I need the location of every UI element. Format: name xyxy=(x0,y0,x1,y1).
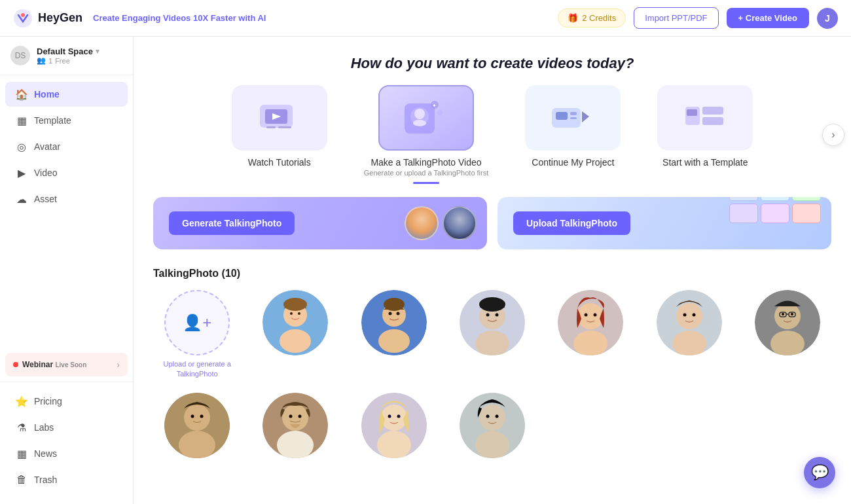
sidebar-bottom: ⭐ Pricing ⚗ Labs ▦ News 🗑 Trash xyxy=(0,382,133,499)
chat-icon: 💬 xyxy=(811,464,829,481)
import-ppt-button[interactable]: Import PPT/PDF xyxy=(634,7,718,29)
svg-point-47 xyxy=(676,303,702,329)
avatar-circle-9 xyxy=(361,393,427,458)
sidebar-item-home[interactable]: 🏠 Home xyxy=(5,82,128,107)
svg-point-69 xyxy=(299,414,302,418)
create-video-button[interactable]: + Create Video xyxy=(727,8,809,28)
chat-bubble-button[interactable]: 💬 xyxy=(804,457,835,488)
svg-rect-15 xyxy=(556,112,568,120)
svg-point-63 xyxy=(191,414,194,418)
sidebar-item-news[interactable]: ▦ News xyxy=(5,441,128,466)
section-body: Generate TalkingPhoto Upload TalkingPhot… xyxy=(134,184,851,458)
sidebar-item-asset[interactable]: ☁ Asset xyxy=(5,187,128,211)
sidebar-item-trash[interactable]: 🗑 Trash xyxy=(5,467,128,492)
empty-cell-2 xyxy=(645,393,733,458)
card-tutorials[interactable]: Watch Tutorials xyxy=(213,85,346,184)
svg-point-73 xyxy=(388,414,391,418)
header: HeyGen Create Engaging Videos 10X Faster… xyxy=(0,0,851,37)
card-tutorials-label: Watch Tutorials xyxy=(248,157,311,168)
card-talking-photo-label: Make a TalkingPhoto Video xyxy=(371,157,481,168)
card-continue[interactable]: Continue My Project xyxy=(507,85,639,184)
svg-point-0 xyxy=(14,9,32,27)
chevron-right-icon: › xyxy=(117,359,120,370)
workspace-info: Default Space ▾ 👥 1 Free xyxy=(37,46,122,65)
avatar-circle-3 xyxy=(460,290,525,355)
sidebar-item-template[interactable]: ▦ Template xyxy=(5,108,128,133)
svg-text:✦: ✦ xyxy=(432,103,437,109)
svg-rect-17 xyxy=(570,117,577,119)
sidebar-item-video[interactable]: ▶ Video xyxy=(5,160,128,185)
user-avatar[interactable]: J xyxy=(817,8,838,29)
svg-point-39 xyxy=(486,314,489,317)
sidebar-item-avatar-label: Avatar xyxy=(34,141,60,152)
empty-cell-3 xyxy=(744,393,831,458)
generate-talking-photo-button[interactable]: Generate TalkingPhoto xyxy=(169,211,295,235)
svg-rect-6 xyxy=(278,126,291,128)
avatar-item-2[interactable] xyxy=(350,290,438,380)
sidebar-item-labs[interactable]: ⚗ Labs xyxy=(5,415,128,440)
avatar-icon: ◎ xyxy=(16,141,27,153)
sidebar-item-avatar[interactable]: ◎ Avatar xyxy=(5,134,128,159)
live-indicator xyxy=(13,362,18,367)
avatar-circle-2 xyxy=(361,290,427,355)
svg-point-76 xyxy=(479,405,505,431)
webinar-text: Webinar Live Soon xyxy=(22,360,113,369)
upload-placeholder-label: Upload or generate a TalkingPhoto xyxy=(153,359,241,380)
svg-point-38 xyxy=(479,297,505,312)
svg-point-25 xyxy=(280,329,311,353)
avatar-circle-1 xyxy=(263,290,328,355)
avatar-item-7[interactable] xyxy=(153,393,241,458)
svg-marker-18 xyxy=(582,111,589,122)
avatar-item-10[interactable] xyxy=(448,393,536,458)
upload-talking-photo-button[interactable]: Upload TalkingPhoto xyxy=(513,211,630,235)
nav-items: 🏠 Home ▦ Template ◎ Avatar ▶ Video ☁ Ass… xyxy=(0,75,133,348)
card-talking-photo[interactable]: ✦ Make a TalkingPhoto Video Generate or … xyxy=(346,85,507,184)
upload-talking-photo-card[interactable]: Upload TalkingPhoto xyxy=(498,197,831,249)
svg-point-50 xyxy=(692,314,695,317)
card-template-image xyxy=(657,85,753,151)
svg-point-67 xyxy=(277,431,314,458)
svg-point-49 xyxy=(683,314,686,317)
card-template-label: Start with a Template xyxy=(662,157,748,168)
carousel-next-button[interactable]: › xyxy=(822,124,844,146)
main-layout: DS Default Space ▾ 👥 1 Free 🏠 Home ▦ xyxy=(0,37,851,504)
credits-button[interactable]: 🎁 2 Credits xyxy=(558,9,626,27)
svg-point-28 xyxy=(298,312,300,315)
avatar-item-6[interactable] xyxy=(744,290,831,380)
avatar-upload-placeholder[interactable]: 👤+ Upload or generate a TalkingPhoto xyxy=(153,290,241,380)
svg-point-1 xyxy=(21,13,25,17)
workspace-selector[interactable]: DS Default Space ▾ 👥 1 Free xyxy=(0,37,133,75)
svg-point-64 xyxy=(200,414,204,418)
avatar-item-3[interactable] xyxy=(448,290,536,380)
sidebar-item-trash-label: Trash xyxy=(34,475,57,485)
avatar-item-4[interactable] xyxy=(547,290,634,380)
header-actions: 🎁 2 Credits Import PPT/PDF + Create Vide… xyxy=(558,7,838,29)
sidebar-item-pricing-label: Pricing xyxy=(34,396,62,406)
avatar-item-1[interactable] xyxy=(251,290,339,380)
card-tutorials-image xyxy=(232,85,327,151)
active-indicator xyxy=(413,182,439,184)
svg-point-79 xyxy=(495,414,498,418)
svg-point-9 xyxy=(414,109,425,119)
news-icon: ▦ xyxy=(16,448,27,459)
webinar-banner[interactable]: Webinar Live Soon › xyxy=(5,353,128,376)
card-continue-image xyxy=(525,85,621,151)
avatar-circle-7 xyxy=(164,393,230,458)
bg-avatar-1 xyxy=(405,206,439,240)
avatar-item-9[interactable] xyxy=(350,393,438,458)
svg-point-61 xyxy=(184,405,210,431)
avatar-item-5[interactable] xyxy=(645,290,733,380)
section-title: TalkingPhoto (10) xyxy=(153,268,831,279)
svg-rect-22 xyxy=(687,109,697,116)
avatar-item-8[interactable] xyxy=(251,393,339,458)
sidebar-item-video-label: Video xyxy=(34,168,58,178)
workspace-name: Default Space ▾ xyxy=(37,46,122,56)
logo[interactable]: HeyGen xyxy=(13,9,82,28)
generate-talking-photo-card[interactable]: Generate TalkingPhoto xyxy=(153,197,487,249)
av-upload-area[interactable]: 👤+ xyxy=(164,290,230,355)
svg-point-77 xyxy=(475,431,509,458)
upload-person-icon: 👤+ xyxy=(183,314,211,332)
credits-label: 2 Credits xyxy=(582,13,616,23)
sidebar-item-pricing[interactable]: ⭐ Pricing xyxy=(5,389,128,414)
card-template[interactable]: Start with a Template xyxy=(639,85,771,184)
